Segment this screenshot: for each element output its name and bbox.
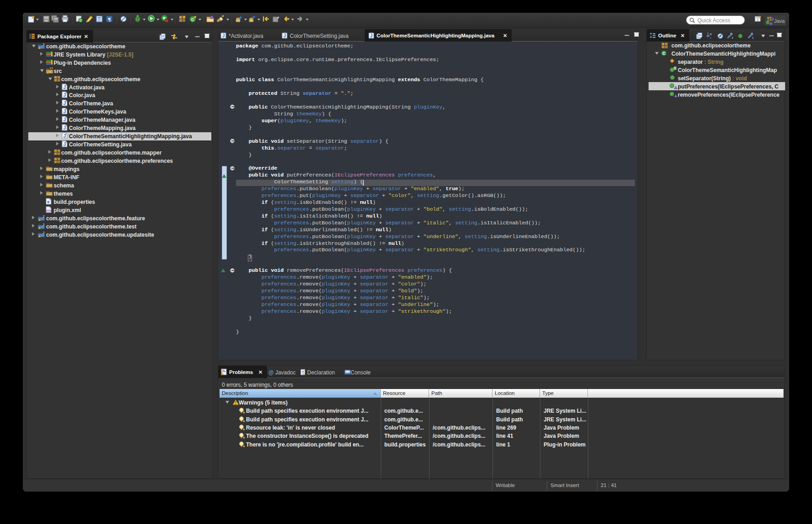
svg-text:J: J [63, 93, 66, 98]
svg-text:¶: ¶ [108, 16, 111, 22]
svg-text:C: C [662, 51, 665, 56]
svg-text:C: C [191, 17, 194, 22]
svg-text:J: J [63, 109, 66, 114]
svg-text:C: C [79, 19, 82, 22]
svg-text:J: J [63, 117, 66, 122]
svg-text:J: J [222, 33, 225, 38]
svg-text:xml: xml [46, 209, 51, 212]
svg-text:J: J [42, 42, 44, 47]
svg-text:e: e [302, 370, 304, 373]
svg-text:J: J [63, 142, 66, 147]
svg-text:J: J [63, 85, 66, 90]
svg-text:J: J [63, 134, 66, 139]
svg-text:J: J [370, 33, 373, 38]
svg-text:J: J [42, 231, 44, 235]
svg-text:C: C [674, 67, 676, 70]
svg-text:J: J [42, 214, 44, 218]
svg-text:J: J [771, 17, 774, 21]
svg-text:J: J [42, 223, 44, 227]
svg-text:J: J [283, 33, 286, 38]
svg-text:J: J [63, 125, 66, 130]
svg-text:J: J [63, 101, 66, 106]
